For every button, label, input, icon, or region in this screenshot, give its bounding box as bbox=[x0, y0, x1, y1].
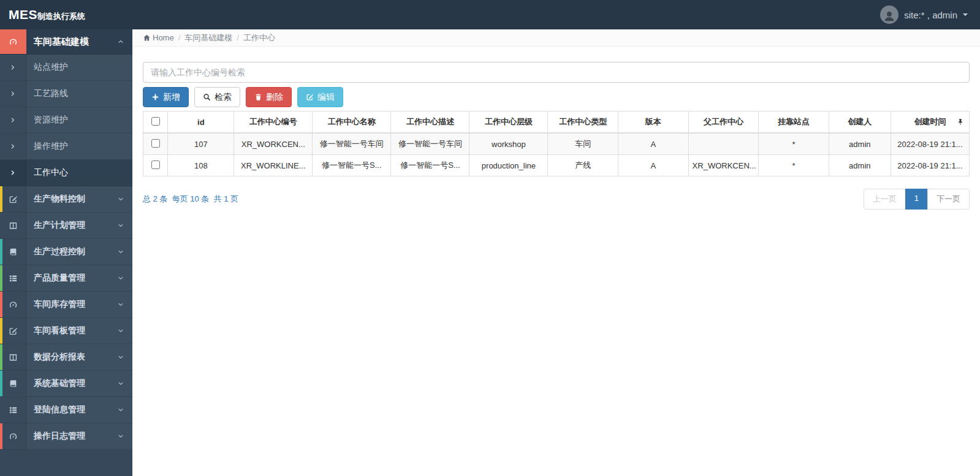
user-menu[interactable]: site:* , admin bbox=[880, 6, 980, 24]
top-header: MES制造执行系统 site:* , admin bbox=[0, 0, 980, 29]
sidebar-group-label: 生产计划管理 bbox=[26, 213, 117, 238]
sidebar-item-station-maintenance[interactable]: 站点维护 bbox=[0, 55, 132, 81]
cell-id: 108 bbox=[168, 155, 234, 176]
sidebar-group-data-analysis-report[interactable]: 数据分析报表 bbox=[0, 344, 132, 371]
col-header-type[interactable]: 工作中心类型 bbox=[548, 111, 618, 134]
col-header-version[interactable]: 版本 bbox=[618, 111, 689, 134]
home-icon bbox=[143, 34, 151, 42]
sidebar-group-login-info-management[interactable]: 登陆信息管理 bbox=[0, 397, 132, 423]
row-checkbox[interactable] bbox=[151, 161, 160, 169]
sidebar-group-operation-log-management[interactable]: 操作日志管理 bbox=[0, 423, 132, 450]
accent-bar bbox=[0, 423, 2, 449]
col-header-creator[interactable]: 创建人 bbox=[829, 111, 891, 134]
chevron-right-icon bbox=[0, 81, 26, 107]
add-button-label: 新增 bbox=[163, 92, 180, 103]
prev-page-button[interactable]: 上一页 bbox=[864, 189, 906, 210]
col-header-label: 创建时间 bbox=[914, 117, 946, 126]
search-button[interactable]: 检索 bbox=[194, 87, 240, 107]
columns-icon bbox=[0, 344, 26, 370]
accent-bar bbox=[0, 265, 2, 291]
page-button-1[interactable]: 1 bbox=[905, 189, 928, 210]
cell-name: 修一智能一号S... bbox=[313, 155, 391, 176]
chevron-right-icon bbox=[0, 160, 26, 186]
sidebar-item-process-route[interactable]: 工艺路线 bbox=[0, 81, 132, 107]
sidebar-group-label: 车间基础建模 bbox=[26, 29, 117, 54]
delete-button-label: 删除 bbox=[266, 92, 283, 103]
accent-bar bbox=[0, 344, 2, 370]
col-header-code[interactable]: 工作中心编号 bbox=[234, 111, 313, 134]
user-icon bbox=[883, 9, 896, 23]
avatar bbox=[880, 6, 898, 24]
sidebar-group-workshop-inventory-management[interactable]: 车间库存管理 bbox=[0, 292, 132, 318]
add-button[interactable]: 新增 bbox=[143, 87, 189, 107]
chevron-down-icon bbox=[117, 292, 132, 317]
col-header-description[interactable]: 工作中心描述 bbox=[391, 111, 469, 134]
th-list-icon bbox=[0, 265, 26, 291]
sidebar-group-label: 生产物料控制 bbox=[26, 186, 117, 212]
cell-type: 车间 bbox=[548, 133, 618, 155]
sidebar-group-production-process-control[interactable]: 生产过程控制 bbox=[0, 239, 132, 265]
col-header-id[interactable]: id bbox=[168, 111, 234, 134]
breadcrumb-separator: / bbox=[178, 33, 181, 42]
sidebar-item-resource-maintenance[interactable]: 资源维护 bbox=[0, 107, 132, 134]
cell-parent: XR_WORKCEN... bbox=[688, 155, 759, 176]
cell-code: XR_WORKCEN... bbox=[234, 133, 313, 155]
col-header-created-time[interactable]: 创建时间 bbox=[891, 111, 969, 134]
col-header-name[interactable]: 工作中心名称 bbox=[313, 111, 391, 134]
cell-created-time: 2022-08-19 21:1... bbox=[891, 133, 969, 155]
main-content: Home / 车间基础建模 / 工作中心 新增 检索 删除 编辑 bbox=[132, 29, 980, 476]
cell-creator: admin bbox=[829, 133, 891, 155]
pin-icon[interactable] bbox=[957, 118, 964, 126]
search-icon bbox=[203, 93, 211, 101]
cell-creator: admin bbox=[829, 155, 891, 176]
book-icon bbox=[0, 371, 26, 396]
chevron-right-icon bbox=[0, 107, 26, 133]
select-all-checkbox[interactable] bbox=[151, 117, 160, 126]
book-icon bbox=[0, 239, 26, 265]
chevron-down-icon bbox=[117, 397, 132, 423]
cell-type: 产线 bbox=[548, 155, 618, 176]
gauge-icon bbox=[0, 29, 26, 54]
cell-name: 修一智能一号车间 bbox=[313, 133, 391, 155]
sidebar-group-production-material-control[interactable]: 生产物料控制 bbox=[0, 186, 132, 213]
edit-button[interactable]: 编辑 bbox=[297, 87, 343, 107]
sidebar-item-label: 站点维护 bbox=[26, 55, 132, 80]
search-input[interactable] bbox=[143, 62, 970, 83]
sidebar-item-label: 资源维护 bbox=[26, 107, 132, 133]
col-header-station[interactable]: 挂靠站点 bbox=[759, 111, 829, 134]
cell-parent bbox=[688, 133, 759, 155]
cell-version: A bbox=[618, 155, 689, 176]
accent-bar bbox=[0, 371, 2, 396]
cell-description: 修一智能一号车间 bbox=[391, 133, 469, 155]
accent-bar bbox=[0, 292, 2, 317]
row-select-cell bbox=[143, 133, 168, 155]
breadcrumb-home[interactable]: Home bbox=[143, 33, 174, 42]
sidebar-group-workshop-basic-modeling[interactable]: 车间基础建模 bbox=[0, 29, 132, 55]
sidebar-item-label: 操作维护 bbox=[26, 134, 132, 159]
app-logo[interactable]: MES制造执行系统 bbox=[0, 7, 85, 22]
chevron-down-icon bbox=[117, 423, 132, 449]
sidebar-group-production-plan-management[interactable]: 生产计划管理 bbox=[0, 213, 132, 239]
edit-button-label: 编辑 bbox=[317, 92, 335, 103]
logo-text-primary: MES bbox=[9, 7, 37, 21]
sidebar-group-product-quality-management[interactable]: 产品质量管理 bbox=[0, 265, 132, 292]
delete-button[interactable]: 删除 bbox=[246, 87, 292, 107]
toolbar: 新增 检索 删除 编辑 bbox=[143, 87, 970, 107]
sidebar: 车间基础建模 站点维护 工艺路线 资源维护 操作维护 工作中心 生产物料控制 生… bbox=[0, 29, 132, 476]
search-button-label: 检索 bbox=[215, 92, 232, 103]
sidebar-item-operation-maintenance[interactable]: 操作维护 bbox=[0, 134, 132, 160]
sidebar-item-work-center[interactable]: 工作中心 bbox=[0, 160, 132, 186]
sidebar-group-system-basic-management[interactable]: 系统基础管理 bbox=[0, 371, 132, 397]
col-header-level[interactable]: 工作中心层级 bbox=[469, 111, 548, 134]
select-all-cell bbox=[143, 111, 168, 134]
next-page-button[interactable]: 下一页 bbox=[927, 189, 970, 210]
breadcrumb-section[interactable]: 车间基础建模 bbox=[184, 32, 232, 43]
edit-icon bbox=[306, 93, 314, 101]
cell-created-time: 2022-08-19 21:1... bbox=[891, 155, 969, 176]
col-header-parent[interactable]: 父工作中心 bbox=[688, 111, 759, 134]
gauge-icon bbox=[0, 292, 26, 317]
chevron-down-icon bbox=[117, 239, 132, 265]
chevron-down-icon bbox=[117, 265, 132, 291]
row-checkbox[interactable] bbox=[151, 139, 160, 148]
sidebar-group-workshop-kanban-management[interactable]: 车间看板管理 bbox=[0, 318, 132, 344]
